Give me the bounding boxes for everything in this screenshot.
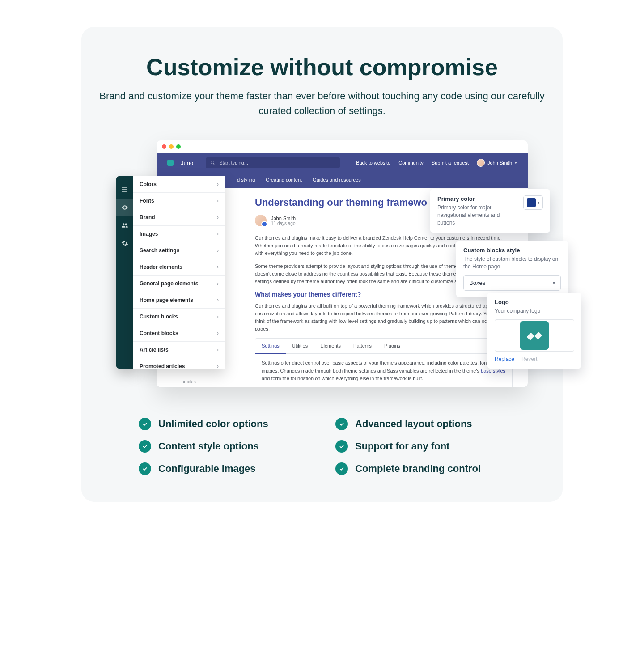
tab-elements[interactable]: Elements xyxy=(314,339,347,353)
settings-row-label: Article lists xyxy=(140,347,169,353)
settings-row-home-page[interactable]: Home page elements› xyxy=(133,292,225,309)
browser-chrome xyxy=(157,140,528,153)
settings-row-fonts[interactable]: Fonts› xyxy=(133,193,225,209)
rail-settings-button[interactable] xyxy=(116,235,133,251)
search-input[interactable]: Start typing... xyxy=(206,157,340,168)
chevron-right-icon: › xyxy=(217,330,219,336)
checkmark-icon xyxy=(139,418,151,430)
feature-item: Complete branding control xyxy=(335,462,505,475)
checkmark-icon xyxy=(335,440,348,453)
brand-logo-icon xyxy=(167,160,174,166)
settings-row-general-page[interactable]: General page elements› xyxy=(133,276,225,292)
logo-mark-icon xyxy=(526,331,543,340)
rail-preview-button[interactable] xyxy=(116,199,133,216)
settings-row-header-elements[interactable]: Header elements› xyxy=(133,259,225,276)
feature-label: Unlimited color options xyxy=(158,418,268,430)
link-back-to-website[interactable]: Back to website xyxy=(356,160,390,165)
eye-icon xyxy=(121,204,128,211)
card-description: The style of custom blocks to display on… xyxy=(463,255,561,271)
rail-users-button[interactable] xyxy=(116,217,133,233)
company-logo-icon xyxy=(520,321,549,350)
settings-row-brand[interactable]: Brand› xyxy=(133,209,225,226)
feature-item: Support for any font xyxy=(335,440,505,453)
select-value: Boxes xyxy=(469,280,485,286)
user-avatar-icon xyxy=(477,159,485,167)
settings-row-search[interactable]: Search settings› xyxy=(133,242,225,259)
logo-preview xyxy=(495,319,574,352)
feature-label: Complete branding control xyxy=(355,463,481,475)
chevron-right-icon: › xyxy=(217,297,219,303)
revert-button[interactable]: Revert xyxy=(521,356,537,362)
window-close-dot[interactable] xyxy=(162,144,166,149)
settings-row-content-blocks[interactable]: Content blocks› xyxy=(133,325,225,342)
chevron-down-icon: ▾ xyxy=(515,161,517,165)
tab-text-b: and form the foundation on which everyth… xyxy=(262,376,423,381)
users-icon xyxy=(121,222,128,229)
color-picker[interactable]: ▾ xyxy=(523,195,543,210)
nav-item-creating-content[interactable]: Creating content xyxy=(266,177,302,182)
settings-row-label: Search settings xyxy=(140,247,179,254)
tab-utilities[interactable]: Utilities xyxy=(286,339,314,353)
link-base-styles[interactable]: base styles xyxy=(481,368,505,373)
feature-item: Unlimited color options xyxy=(139,418,309,430)
logo-actions: Replace Revert xyxy=(495,356,574,362)
author-avatar-icon xyxy=(255,215,267,226)
link-community[interactable]: Community xyxy=(398,160,424,165)
chevron-right-icon: › xyxy=(217,231,219,237)
framework-tabbox: Settings Utilities Elements Patterns Plu… xyxy=(255,338,513,387)
link-submit-request[interactable]: Submit a request xyxy=(432,160,469,165)
card-description: Primary color for major navigational ele… xyxy=(437,204,518,226)
card-title: Logo xyxy=(495,299,574,305)
window-minimize-dot[interactable] xyxy=(169,144,174,149)
user-name: John Smith xyxy=(487,160,512,165)
tab-settings[interactable]: Settings xyxy=(255,339,286,354)
settings-row-label: Home page elements xyxy=(140,297,193,303)
settings-row-label: Images xyxy=(140,231,158,237)
settings-row-article-lists[interactable]: Article lists› xyxy=(133,342,225,358)
feature-label: Support for any font xyxy=(355,441,449,452)
replace-button[interactable]: Replace xyxy=(495,356,514,362)
screenshot-stage: Juno Start typing... Back to website Com… xyxy=(116,140,528,391)
nav-item-styling[interactable]: d styling xyxy=(237,177,255,182)
settings-row-label: Fonts xyxy=(140,198,154,204)
admin-icon-rail xyxy=(116,176,133,369)
card-description: Your company logo xyxy=(495,307,574,315)
settings-row-promoted[interactable]: Promoted articles› xyxy=(133,358,225,369)
feature-label: Configurable images xyxy=(158,463,256,475)
marketing-section: Customize without compromise Brand and c… xyxy=(81,27,563,502)
gear-icon xyxy=(121,240,128,247)
feature-item: Advanced layout options xyxy=(335,418,505,430)
settings-row-label: Header elements xyxy=(140,264,182,270)
checkmark-icon xyxy=(335,462,348,475)
settings-row-colors[interactable]: Colors› xyxy=(133,176,225,193)
search-icon xyxy=(210,160,216,165)
tab-patterns[interactable]: Patterns xyxy=(347,339,378,353)
brand-name[interactable]: Juno xyxy=(181,160,193,166)
settings-row-images[interactable]: Images› xyxy=(133,226,225,242)
checkmark-icon xyxy=(139,440,151,453)
user-menu[interactable]: John Smith ▾ xyxy=(477,159,517,167)
feature-item: Content style options xyxy=(139,440,309,453)
window-zoom-dot[interactable] xyxy=(176,144,181,149)
chevron-down-icon: ▾ xyxy=(553,280,555,285)
chevron-right-icon: › xyxy=(217,314,219,320)
chevron-right-icon: › xyxy=(217,280,219,287)
sidebar-fragment: articles xyxy=(182,379,196,384)
settings-row-label: Promoted articles xyxy=(140,363,185,369)
tab-text-a: Settings offer direct control over basic… xyxy=(262,360,500,373)
settings-row-custom-blocks[interactable]: Custom blocks› xyxy=(133,309,225,325)
tab-plugins[interactable]: Plugins xyxy=(378,339,407,353)
chevron-right-icon: › xyxy=(217,247,219,254)
chevron-right-icon: › xyxy=(217,214,219,221)
author-name: John Smith xyxy=(271,216,296,221)
hero-subtitle: Brand and customize your theme faster th… xyxy=(99,89,545,118)
chevron-right-icon: › xyxy=(217,264,219,270)
settings-row-label: Colors xyxy=(140,181,157,187)
nav-item-guides[interactable]: Guides and resources xyxy=(313,177,361,182)
rail-menu-button[interactable] xyxy=(116,182,133,198)
card-primary-color: Primary color Primary color for major na… xyxy=(430,189,550,233)
tab-list: Settings Utilities Elements Patterns Plu… xyxy=(255,339,512,354)
feature-label: Content style options xyxy=(158,441,259,452)
chevron-right-icon: › xyxy=(217,198,219,204)
blocks-style-select[interactable]: Boxes ▾ xyxy=(463,275,561,291)
